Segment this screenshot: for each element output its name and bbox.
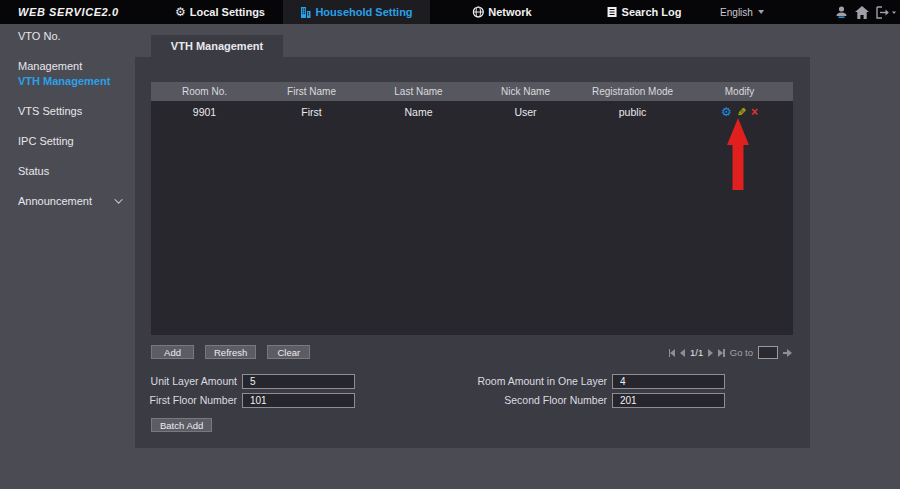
chevron-down-icon xyxy=(114,195,122,203)
page-indicator: 1/1 xyxy=(690,347,703,358)
pagination: 1/1 Go to xyxy=(669,346,792,359)
tab-vth-management-label: VTH Management xyxy=(171,40,263,52)
nav-network-label: Network xyxy=(488,6,531,18)
globe-icon xyxy=(472,6,484,18)
col-first-name: First Name xyxy=(258,82,365,101)
user-account-icon[interactable] xyxy=(832,0,850,24)
sidebar-item-ipc-setting[interactable]: IPC Setting xyxy=(0,126,135,156)
nav-network[interactable]: Network xyxy=(472,0,531,24)
sidebar-item-vts-settings[interactable]: VTS Settings xyxy=(0,96,135,126)
first-floor-number-input[interactable] xyxy=(242,393,355,408)
cell-last-name: Name xyxy=(365,101,472,123)
logout-icon[interactable] xyxy=(874,0,900,24)
col-nick-name: Nick Name xyxy=(472,82,579,101)
cell-room-no: 9901 xyxy=(151,101,258,123)
form-row-1: Unit Layer Amount Room Amount in One Lay… xyxy=(135,374,810,389)
app-logo: WEB SERVICE2.0 xyxy=(18,0,119,24)
goto-label: Go to xyxy=(730,347,753,358)
home-icon[interactable] xyxy=(853,0,871,24)
sidebar-item-label: VTS Settings xyxy=(18,96,82,126)
first-floor-number-label: First Floor Number xyxy=(135,393,237,408)
nav-household-setting[interactable]: Household Setting xyxy=(283,0,430,24)
nav-search-log-label: Search Log xyxy=(622,6,682,18)
tab-vth-management[interactable]: VTH Management xyxy=(151,35,283,57)
form-row-2: First Floor Number Second Floor Number xyxy=(135,393,810,408)
sidebar-item-announcement[interactable]: Announcement xyxy=(0,186,135,216)
refresh-button[interactable]: Refresh xyxy=(205,345,256,359)
clear-button[interactable]: Clear xyxy=(267,345,310,359)
language-label: English xyxy=(720,7,753,18)
sidebar-item-label: VTH Management xyxy=(18,66,110,96)
building-icon xyxy=(300,7,311,18)
main-panel: VTH Management Room No. First Name Last … xyxy=(135,35,810,448)
delete-x-icon[interactable]: × xyxy=(751,106,758,118)
batch-add-button[interactable]: Batch Add xyxy=(151,418,212,432)
table-header: Room No. First Name Last Name Nick Name … xyxy=(151,82,793,101)
edit-pencil-icon[interactable]: ✎ xyxy=(737,107,746,118)
second-floor-number-input[interactable] xyxy=(612,393,725,408)
sidebar-item-label: Status xyxy=(18,156,49,186)
col-room-no: Room No. xyxy=(151,82,258,101)
cell-modify: ⚙ ✎ × xyxy=(686,101,793,123)
sidebar-item-status[interactable]: Status xyxy=(0,156,135,186)
content-area: Room No. First Name Last Name Nick Name … xyxy=(135,57,810,448)
chevron-down-icon xyxy=(758,10,764,14)
nav-local-settings[interactable]: ⚙ Local Settings xyxy=(175,0,265,24)
sidebar: VTO No. Management VTH Management VTS Se… xyxy=(0,24,135,489)
first-page-button[interactable] xyxy=(669,349,676,357)
sidebar-item-vto-no-management[interactable]: VTO No. Management xyxy=(0,36,135,66)
language-selector[interactable]: English xyxy=(720,0,764,24)
top-bar: WEB SERVICE2.0 ⚙ Local Settings Househol… xyxy=(0,0,900,24)
log-icon xyxy=(607,6,618,18)
table-body: 9901 First Name User public ⚙ ✎ × xyxy=(151,101,793,335)
nav-local-settings-label: Local Settings xyxy=(190,6,265,18)
col-last-name: Last Name xyxy=(365,82,472,101)
unit-layer-amount-input[interactable] xyxy=(242,374,355,389)
goto-page-input[interactable] xyxy=(758,346,778,359)
cell-registration-mode: public xyxy=(579,101,686,123)
settings-gear-icon[interactable]: ⚙ xyxy=(721,106,732,118)
next-page-button[interactable] xyxy=(708,349,713,357)
last-page-button[interactable] xyxy=(718,349,725,357)
prev-page-button[interactable] xyxy=(680,349,685,357)
table-row: 9901 First Name User public ⚙ ✎ × xyxy=(151,101,793,123)
sidebar-item-label: IPC Setting xyxy=(18,126,74,156)
col-registration-mode: Registration Mode xyxy=(579,82,686,101)
second-floor-number-label: Second Floor Number xyxy=(375,393,607,408)
sidebar-item-label: Announcement xyxy=(18,186,92,216)
gear-icon: ⚙ xyxy=(175,6,186,18)
col-modify: Modify xyxy=(686,82,793,101)
add-button[interactable]: Add xyxy=(151,345,194,359)
room-amount-one-layer-input[interactable] xyxy=(612,374,725,389)
vth-table: Room No. First Name Last Name Nick Name … xyxy=(151,82,793,335)
table-toolbar: Add Refresh Clear xyxy=(151,345,310,359)
goto-page-button[interactable] xyxy=(783,349,792,357)
nav-search-log[interactable]: Search Log xyxy=(607,0,682,24)
cell-first-name: First xyxy=(258,101,365,123)
nav-household-setting-label: Household Setting xyxy=(315,6,412,18)
unit-layer-amount-label: Unit Layer Amount xyxy=(135,374,237,389)
cell-nick-name: User xyxy=(472,101,579,123)
room-amount-one-layer-label: Room Amount in One Layer xyxy=(375,374,607,389)
